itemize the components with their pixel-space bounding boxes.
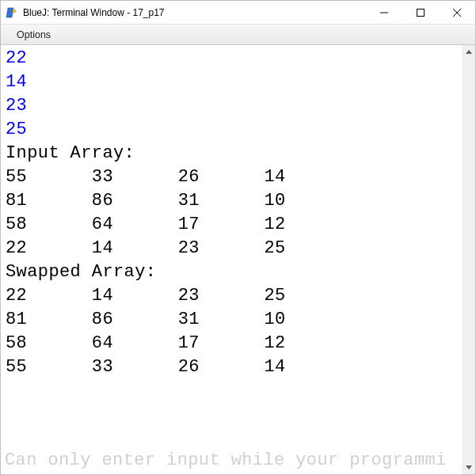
status-line: Can only enter input while your programm… (5, 450, 447, 470)
terminal-output[interactable]: 22 14 23 25 Input Array: 55 33 26 14 81 … (1, 45, 462, 474)
maximize-button[interactable] (402, 1, 439, 24)
program-output: Input Array: 55 33 26 14 81 86 31 10 58 … (6, 143, 286, 377)
close-button[interactable] (439, 1, 475, 24)
menubar: Options (1, 25, 475, 45)
user-input-line: 23 (6, 96, 27, 116)
menu-options[interactable]: Options (10, 27, 57, 43)
user-input-line: 22 (6, 48, 27, 68)
user-input-line: 14 (6, 72, 27, 92)
minimize-button[interactable] (366, 1, 402, 24)
scroll-track[interactable] (462, 59, 475, 461)
scroll-down-icon[interactable] (462, 461, 475, 474)
svg-rect-2 (417, 9, 425, 16)
titlebar: BlueJ: Terminal Window - 17_p17 (1, 1, 475, 25)
window-controls (366, 1, 475, 24)
window-title: BlueJ: Terminal Window - 17_p17 (23, 7, 366, 18)
svg-point-0 (13, 10, 16, 13)
user-input-line: 25 (6, 120, 27, 139)
scrollbar[interactable] (462, 45, 475, 474)
bluej-icon (6, 6, 18, 19)
scroll-up-icon[interactable] (462, 45, 475, 59)
